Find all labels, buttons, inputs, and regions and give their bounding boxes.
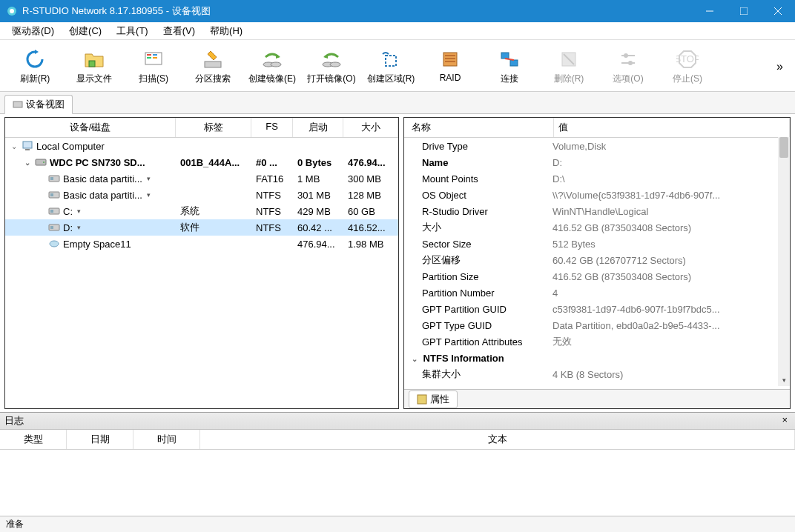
maximize-button[interactable] [727, 0, 761, 22]
scan-icon [142, 47, 165, 71]
cell-fs: FAT16 [251, 173, 293, 184]
create-region-button[interactable]: 创建区域(R) [362, 44, 420, 88]
property-value: 4 [552, 287, 778, 299]
log-col-date[interactable]: 日期 [67, 430, 133, 449]
properties-header: 名称 值 [404, 118, 790, 138]
log-col-time[interactable]: 时间 [133, 430, 200, 449]
delete-icon [557, 47, 581, 71]
property-value: D: [552, 157, 778, 168]
property-row[interactable]: NameD: [404, 154, 778, 170]
device-row[interactable]: Empty Space11476.94...1.98 MB [5, 236, 398, 252]
property-name: GPT Partition GUID [404, 304, 552, 315]
refresh-button[interactable]: 刷新(R) [6, 44, 64, 88]
show-files-button[interactable]: 显示文件 [65, 44, 123, 88]
cell-size: 128 MB [343, 190, 398, 201]
property-row[interactable]: R-Studio DriverWinNT\Handle\Logical [404, 203, 778, 219]
tab-device-view[interactable]: 设备视图 [4, 95, 73, 114]
svg-point-37 [43, 162, 44, 163]
create-image-button[interactable]: 创建镜像(E) [243, 44, 301, 88]
property-row[interactable]: Drive TypeVolume,Disk [404, 138, 778, 154]
cell-start: 476.94... [293, 239, 343, 250]
row-menu-icon[interactable]: ▾ [77, 224, 81, 231]
disk-icon [35, 157, 47, 167]
property-row[interactable]: Sector Size512 Bytes [404, 236, 778, 252]
computer-icon [22, 141, 33, 151]
device-row[interactable]: Basic data partiti...▾NTFS301 MB128 MB [5, 187, 398, 203]
status-bar: 准备 [0, 516, 795, 532]
menu-view[interactable]: 查看(V) [156, 23, 202, 39]
property-row[interactable]: Partition Size416.52 GB (873503408 Secto… [404, 268, 778, 285]
property-value: Volume,Disk [552, 141, 778, 152]
property-row[interactable]: 集群大小4 KB (8 Sectors) [404, 366, 778, 382]
folder-icon [82, 47, 106, 71]
scrollbar[interactable]: ▾ [778, 137, 790, 386]
svg-point-1 [10, 9, 14, 13]
property-section[interactable]: ⌄ NTFS Information [404, 350, 778, 366]
device-row[interactable]: ⌄WDC PC SN730 SD...001B_444A...#0 ...0 B… [5, 154, 398, 170]
section-expand-icon[interactable]: ⌄ [412, 355, 420, 363]
property-row[interactable]: 大小416.52 GB (873503408 Sectors) [404, 219, 778, 236]
log-body[interactable] [0, 450, 795, 516]
property-row[interactable]: GPT Partition GUIDc53f9381-1d97-4db6-907… [404, 301, 778, 317]
svg-rect-22 [501, 53, 509, 59]
col-start[interactable]: 启动 [293, 118, 343, 137]
log-close-button[interactable]: × [779, 414, 791, 428]
device-row[interactable]: Basic data partiti...▾FAT161 MB300 MB [5, 170, 398, 187]
col-size[interactable]: 大小 [343, 118, 398, 137]
menu-help[interactable]: 帮助(H) [202, 23, 250, 39]
cell-fs: NTFS [251, 222, 293, 233]
row-menu-icon[interactable]: ▾ [147, 191, 151, 199]
svg-rect-17 [386, 56, 396, 66]
col-label[interactable]: 标签 [176, 118, 251, 137]
device-row[interactable]: ⌄Local Computer [5, 138, 398, 154]
expand-icon[interactable]: ⌄ [23, 159, 32, 167]
connect-button[interactable]: 连接 [481, 44, 538, 88]
property-name: Partition Size [404, 271, 552, 282]
open-image-button[interactable]: 打开镜像(O) [303, 44, 360, 88]
expand-icon[interactable]: ⌄ [10, 142, 19, 150]
svg-rect-45 [50, 226, 53, 229]
scroll-thumb[interactable] [779, 137, 788, 158]
search-icon [201, 47, 225, 71]
toolbar-overflow[interactable]: » [771, 57, 789, 76]
cell-start: 0 Bytes [293, 157, 343, 168]
open-image-icon [320, 47, 343, 71]
raid-button[interactable]: RAID [421, 44, 479, 86]
device-tree[interactable]: ⌄Local Computer⌄WDC PC SN730 SD...001B_4… [5, 138, 398, 408]
log-col-type[interactable]: 类型 [0, 430, 67, 449]
scan-button[interactable]: 扫描(S) [125, 44, 182, 88]
menu-tools[interactable]: 工具(T) [109, 23, 156, 39]
col-fs[interactable]: FS [251, 118, 293, 137]
property-row[interactable]: Partition Number4 [404, 285, 778, 301]
minimize-button[interactable] [693, 0, 727, 22]
property-row[interactable]: OS Object\\?\Volume{c53f9381-1d97-4db6-9… [404, 187, 778, 203]
device-row[interactable]: C:▾系统NTFS429 MB60 GB [5, 203, 398, 219]
properties-list[interactable]: Drive TypeVolume,DiskNameD:Mount PointsD… [404, 138, 778, 389]
row-menu-icon[interactable]: ▾ [147, 175, 151, 182]
property-row[interactable]: GPT Partition Attributes无效 [404, 333, 778, 350]
col-value[interactable]: 值 [554, 118, 790, 137]
property-row[interactable]: GPT Type GUIDData Partition, ebd0a0a2-b9… [404, 317, 778, 333]
vol-icon [48, 222, 60, 233]
partition-search-button[interactable]: 分区搜索 [184, 44, 242, 88]
col-name[interactable]: 名称 [404, 118, 554, 137]
device-name-cell: Empty Space11 [5, 239, 176, 250]
property-row[interactable]: Mount PointsD:\ [404, 170, 778, 187]
cell-label: 软件 [176, 221, 251, 234]
log-col-text[interactable]: 文本 [200, 430, 795, 449]
row-menu-icon[interactable]: ▾ [77, 207, 81, 215]
property-value: Data Partition, ebd0a0a2-b9e5-4433-... [552, 320, 778, 331]
tab-properties[interactable]: 属性 [409, 390, 458, 408]
menu-drives[interactable]: 驱动器(D) [4, 23, 62, 39]
create-image-icon [260, 47, 284, 71]
svg-point-46 [50, 241, 59, 247]
raid-icon [438, 47, 462, 71]
property-row[interactable]: 分区偏移60.42 GB (126707712 Sectors) [404, 252, 778, 268]
device-header: 设备/磁盘 标签 FS 启动 大小 [5, 118, 398, 138]
col-device[interactable]: 设备/磁盘 [5, 118, 176, 137]
device-row[interactable]: D:▾软件NTFS60.42 ...416.52... [5, 219, 398, 236]
vol-icon [48, 206, 60, 216]
menu-create[interactable]: 创建(C) [62, 23, 109, 39]
close-button[interactable] [761, 0, 795, 22]
scroll-down-icon[interactable]: ▾ [778, 374, 790, 386]
